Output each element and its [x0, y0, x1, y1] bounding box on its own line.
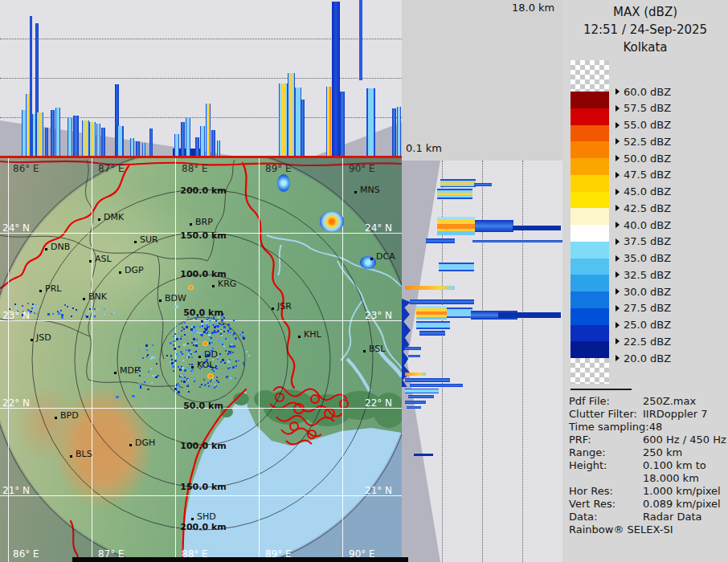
- city-label: BNK: [88, 291, 107, 302]
- echo-pixel: [227, 353, 229, 355]
- echo-bar: [149, 128, 153, 158]
- echo-pixel: [208, 326, 210, 328]
- range-ring-label: 150.0 km: [169, 482, 238, 492]
- echo-pixel: [202, 325, 203, 327]
- echo-pixel: [194, 381, 195, 382]
- echo-pixel: [140, 387, 141, 389]
- echo-pixel: [138, 349, 140, 351]
- city-label: DD: [204, 349, 218, 360]
- echo-pixel: [230, 332, 231, 333]
- echo-pixel: [154, 375, 156, 377]
- metadata-value: 600 Hz / 450 Hz: [643, 434, 726, 446]
- longitude-gridline: [92, 158, 92, 562]
- echo-pixel: [223, 326, 226, 328]
- echo-pixel: [233, 322, 235, 324]
- echo-pixel: [195, 351, 197, 352]
- echo-bar: [475, 220, 513, 232]
- city-label: JSR: [277, 301, 292, 312]
- echo-pixel: [174, 388, 177, 390]
- echo-pixel: [174, 348, 176, 350]
- city-label: DGH: [135, 438, 155, 448]
- echo-bar: [405, 373, 426, 376]
- metadata-label: Hor Res:: [569, 485, 643, 498]
- echo-pixel: [195, 344, 198, 347]
- colorbar-block: [571, 125, 609, 142]
- echo-pixel: [179, 393, 181, 395]
- echo-pixel: [184, 334, 186, 336]
- echo-pixel: [243, 337, 245, 340]
- echo-cell: [207, 373, 214, 379]
- colorbar-block: [571, 242, 609, 259]
- echo-pixel: [203, 379, 205, 381]
- echo-bar: [73, 116, 79, 158]
- echo-pixel: [113, 312, 115, 313]
- city-label: BRP: [195, 217, 213, 227]
- city-label: BSL: [369, 344, 385, 354]
- echo-pixel: [171, 359, 173, 360]
- echo-pixel: [30, 312, 31, 314]
- echo-bar: [392, 108, 396, 158]
- legend-arrow-icon: [616, 205, 620, 211]
- echo-pixel: [207, 319, 208, 320]
- echo-pixel: [211, 386, 213, 388]
- product-title: MAX (dBZ): [562, 3, 728, 21]
- echo-cell: [320, 211, 344, 232]
- echo-pixel: [235, 365, 237, 367]
- city-label: DCA: [376, 251, 395, 262]
- echo-pixel: [196, 349, 198, 351]
- city-dot: [298, 336, 301, 338]
- echo-bar: [89, 122, 96, 158]
- echo-bar: [439, 263, 474, 271]
- echo-cell: [132, 395, 135, 397]
- side-height-profile-panel: [402, 161, 562, 562]
- city-label: KRG: [218, 279, 236, 289]
- echo-pixel: [178, 346, 180, 348]
- echo-pixel: [246, 351, 247, 352]
- echo-bar: [440, 179, 476, 187]
- echo-pixel: [58, 312, 60, 315]
- echo-pixel: [210, 340, 211, 341]
- echo-bar: [211, 130, 215, 158]
- echo-pixel: [34, 305, 35, 307]
- echo-bar: [67, 118, 72, 158]
- echo-pixel: [229, 328, 231, 330]
- legend-arrow-icon: [616, 105, 620, 112]
- echo-bar: [408, 355, 420, 357]
- bottom-black-bar: [72, 557, 408, 562]
- echo-pixel: [191, 342, 193, 344]
- echo-pixel: [188, 356, 190, 358]
- echo-bar: [174, 134, 179, 158]
- echo-bar: [397, 107, 401, 158]
- echo-pixel: [186, 326, 188, 328]
- legend-value-label: 57.5 dBZ: [624, 102, 671, 114]
- legend-value-label: 50.0 dBZ: [624, 153, 671, 165]
- echo-pixel: [172, 330, 174, 332]
- echo-pixel: [233, 332, 235, 335]
- city-dot: [354, 191, 357, 193]
- city-label: PRL: [45, 283, 61, 294]
- echo-pixel: [47, 313, 50, 316]
- legend-value-label: 20.0 dBZ: [624, 352, 671, 364]
- echo-pixel: [210, 381, 211, 382]
- colorbar-block: [571, 308, 609, 325]
- echo-pixel: [207, 332, 208, 334]
- echo-bar: [416, 306, 447, 320]
- echo-pixel: [212, 379, 214, 381]
- city-label: DNB: [51, 242, 70, 252]
- colorbar-block: [571, 108, 609, 125]
- range-ring-label: 50.0 km: [169, 401, 238, 411]
- echo-pixel: [180, 342, 182, 344]
- echo-pixel: [230, 377, 231, 379]
- echo-pixel: [199, 386, 201, 388]
- legend-arrow-icon: [616, 172, 620, 178]
- legend-arrow-icon: [616, 88, 620, 95]
- legend-value-label: 40.0 dBZ: [624, 219, 671, 231]
- echo-pixel: [230, 341, 232, 344]
- colorbar-block: [571, 192, 609, 209]
- metadata-label: Clutter Filter:: [569, 408, 643, 421]
- echo-pixel: [201, 320, 203, 323]
- longitude-label: 86° E: [13, 548, 39, 560]
- echo-pixel: [220, 333, 222, 335]
- echo-pixel: [209, 320, 211, 322]
- echo-pixel: [178, 355, 180, 357]
